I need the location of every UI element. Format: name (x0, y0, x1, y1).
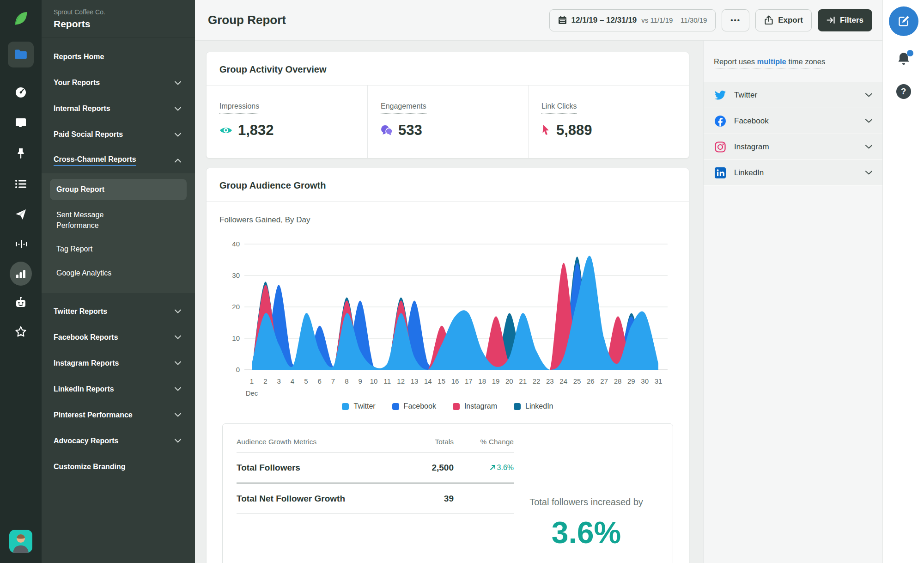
user-avatar[interactable] (9, 530, 32, 553)
chevron-down-icon (865, 119, 872, 123)
submenu-item-group-report[interactable]: Group Report (50, 179, 187, 200)
followers-gained-chart: 0102030401234567891011121314151617181920… (219, 235, 676, 398)
legend-item-linkedin[interactable]: LinkedIn (514, 402, 553, 410)
sidebar-item-advocacy-reports[interactable]: Advocacy Reports (42, 428, 195, 454)
table-row: Total Net Follower Growth 39 (237, 483, 514, 514)
chart-subtitle: Followers Gained, By Day (219, 215, 676, 225)
svg-text:26: 26 (587, 377, 595, 385)
timezone-note-text[interactable]: Report uses multiple time zones (714, 57, 825, 68)
legend-item-twitter[interactable]: Twitter (342, 402, 375, 410)
sidebar-item-paid-social-reports[interactable]: Paid Social Reports (42, 122, 195, 147)
eye-icon (219, 126, 232, 135)
report-content: Group Activity Overview Impressions 1,83… (195, 41, 703, 563)
metric-label[interactable]: Impressions (219, 102, 259, 114)
metric-label[interactable]: Link Clicks (541, 102, 577, 114)
bar-chart-icon (15, 269, 26, 278)
sidebar-item-reports-home[interactable]: Reports Home (42, 44, 195, 70)
sidebar-item-cross-channel-reports[interactable]: Cross-Channel Reports (42, 147, 195, 173)
legend-item-facebook[interactable]: Facebook (392, 402, 436, 410)
filters-button[interactable]: Filters (818, 9, 872, 31)
inbox-icon[interactable] (10, 112, 32, 134)
svg-text:23: 23 (546, 377, 554, 385)
sidebar-item-pinterest-performance[interactable]: Pinterest Performance (42, 402, 195, 428)
svg-text:20: 20 (505, 377, 513, 385)
reports-active-icon[interactable] (10, 263, 32, 285)
account-row-facebook[interactable]: Facebook (704, 108, 882, 134)
chevron-down-icon (865, 171, 872, 175)
col-header-metrics: Audience Growth Metrics (237, 438, 398, 446)
pin-icon[interactable] (10, 142, 32, 165)
submenu-item-google-analytics[interactable]: Google Analytics (42, 261, 195, 285)
date-range-button[interactable]: 12/1/19 – 12/31/19 vs 11/1/19 – 11/30/19 (549, 9, 716, 31)
paper-plane-icon[interactable] (10, 203, 32, 226)
folder-icon (14, 49, 27, 60)
app-icon-rail (0, 0, 42, 563)
metric-value: 1,832 (238, 122, 274, 139)
facebook-icon (715, 116, 726, 127)
metric-engagements: Engagements 533 (367, 86, 528, 158)
waveform-icon[interactable] (10, 233, 32, 255)
svg-text:7: 7 (331, 377, 335, 385)
svg-text:11: 11 (384, 377, 391, 385)
svg-text:6: 6 (317, 377, 321, 385)
chevron-up-icon (175, 159, 181, 163)
cursor-icon (541, 124, 551, 136)
sidebar-item-customize-branding[interactable]: Customize Branding (42, 454, 195, 480)
submenu-item-tag-report[interactable]: Tag Report (42, 237, 195, 261)
svg-text:31: 31 (655, 377, 663, 385)
reports-app-tile[interactable] (8, 42, 34, 67)
svg-text:12: 12 (397, 377, 405, 385)
sidebar-item-instagram-reports[interactable]: Instagram Reports (42, 350, 195, 376)
chevron-down-icon (175, 309, 181, 313)
account-row-linkedin[interactable]: LinkedIn (704, 160, 882, 186)
export-button[interactable]: Export (755, 9, 812, 31)
sidebar-item-internal-reports[interactable]: Internal Reports (42, 96, 195, 122)
account-row-twitter[interactable]: Twitter (704, 82, 882, 108)
svg-text:22: 22 (533, 377, 541, 385)
more-options-button[interactable]: ••• (722, 9, 749, 31)
list-icon[interactable] (10, 173, 32, 195)
utility-strip: ? (882, 0, 924, 563)
notification-dot (907, 50, 913, 56)
twitter-icon (715, 91, 726, 100)
date-range-value: 12/1/19 – 12/31/19 (571, 16, 637, 25)
growth-summary: Total followers increased by 3.6% (514, 438, 659, 550)
gauge-icon[interactable] (10, 81, 32, 104)
svg-text:27: 27 (600, 377, 608, 385)
svg-text:4: 4 (291, 377, 294, 385)
sidebar-item-facebook-reports[interactable]: Facebook Reports (42, 324, 195, 350)
twitter-swatch (342, 403, 349, 410)
sidebar-header: Sprout Coffee Co. Reports (42, 0, 195, 37)
chevron-down-icon (865, 145, 872, 149)
svg-text:28: 28 (614, 377, 622, 385)
sidebar-item-linkedin-reports[interactable]: LinkedIn Reports (42, 376, 195, 402)
svg-text:5: 5 (304, 377, 308, 385)
robot-icon[interactable] (10, 291, 32, 313)
sidebar-item-your-reports[interactable]: Your Reports (42, 70, 195, 96)
calendar-icon (558, 16, 567, 24)
account-row-instagram[interactable]: Instagram (704, 134, 882, 160)
chevron-down-icon (175, 107, 181, 111)
notifications-button[interactable] (897, 52, 911, 68)
metric-impressions: Impressions 1,832 (207, 86, 367, 158)
instagram-icon (715, 141, 726, 153)
metric-link-clicks: Link Clicks 5,889 (528, 86, 689, 158)
sprout-logo-icon[interactable] (10, 7, 32, 30)
legend-item-instagram[interactable]: Instagram (453, 402, 497, 410)
svg-text:18: 18 (478, 377, 486, 385)
svg-text:9: 9 (358, 377, 362, 385)
cross-channel-submenu: Group Report Sent Message Performance Ta… (42, 173, 195, 293)
linkedin-icon (715, 167, 726, 178)
timezone-link[interactable]: multiple (757, 57, 786, 66)
chevron-down-icon (175, 439, 181, 443)
svg-text:40: 40 (232, 240, 240, 248)
submenu-item-sent-message-performance[interactable]: Sent Message Performance (42, 203, 139, 237)
star-icon[interactable] (10, 321, 32, 343)
compose-button[interactable] (889, 6, 918, 36)
svg-text:1: 1 (250, 377, 254, 385)
sidebar-item-twitter-reports[interactable]: Twitter Reports (42, 299, 195, 324)
metric-label[interactable]: Engagements (381, 102, 426, 114)
svg-text:30: 30 (641, 377, 649, 385)
help-button[interactable]: ? (896, 84, 911, 99)
metric-value: 533 (398, 122, 422, 139)
